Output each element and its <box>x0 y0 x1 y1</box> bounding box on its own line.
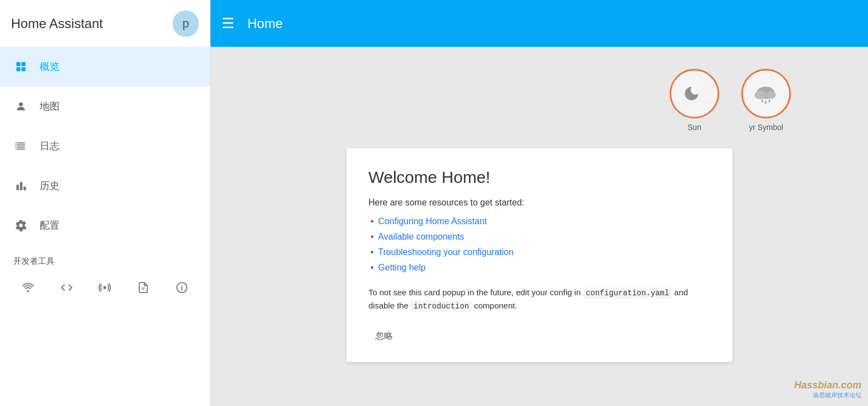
svg-rect-29 <box>769 99 770 102</box>
sidebar-item-label-log: 日志 <box>40 139 60 153</box>
sidebar-header: Home Assistant p <box>0 0 211 47</box>
dev-tool-states[interactable] <box>16 275 40 300</box>
weather-icon-yr: yr Symbol <box>741 69 791 132</box>
person-icon <box>13 100 29 112</box>
svg-point-16 <box>27 290 29 293</box>
sidebar: 概览 地图 <box>0 47 211 406</box>
yr-label: yr Symbol <box>749 123 783 132</box>
svg-rect-13 <box>17 185 19 190</box>
top-bar-right: ☰ Home <box>211 0 868 47</box>
svg-rect-28 <box>765 101 766 104</box>
dev-tool-mqtt[interactable] <box>93 275 117 300</box>
sidebar-item-config[interactable]: 配置 <box>0 205 210 245</box>
top-bar: Home Assistant p ☰ Home <box>0 0 868 47</box>
svg-point-11 <box>15 147 17 148</box>
svg-rect-3 <box>21 67 25 71</box>
sidebar-item-label-map: 地图 <box>40 100 60 113</box>
page-title: Home <box>247 16 283 31</box>
svg-point-25 <box>754 90 766 99</box>
link-components[interactable]: Available components <box>378 232 464 242</box>
list-item-help: Getting help <box>371 263 710 273</box>
info-text-after: component. <box>472 301 517 310</box>
link-troubleshooting[interactable]: Troubleshooting your configuration <box>378 247 514 257</box>
svg-rect-1 <box>21 62 25 66</box>
svg-rect-15 <box>24 187 26 190</box>
welcome-card: Welcome Home! Here are some resources to… <box>347 148 732 362</box>
svg-rect-2 <box>17 67 20 71</box>
weather-icon-sun: Sun <box>670 69 719 132</box>
app-title: Home Assistant <box>11 16 172 31</box>
svg-point-12 <box>15 148 17 149</box>
list-item-components: Available components <box>371 232 710 242</box>
hamburger-icon[interactable]: ☰ <box>222 15 234 32</box>
sun-circle[interactable] <box>670 69 719 118</box>
yr-circle[interactable] <box>741 69 791 118</box>
svg-rect-14 <box>20 182 23 191</box>
list-icon <box>13 140 29 152</box>
dev-tools-section-label: 开发者工具 <box>0 245 210 271</box>
user-avatar[interactable]: p <box>172 10 199 37</box>
dismiss-button[interactable]: 忽略 <box>369 326 400 347</box>
svg-point-9 <box>15 142 17 143</box>
sidebar-item-label-config: 配置 <box>40 219 60 232</box>
info-text: To not see this card popup in the future… <box>369 286 710 313</box>
info-code2: introduction <box>411 301 472 312</box>
main-content: Sun yr Symbol Welcom <box>211 47 868 406</box>
watermark-brand: Hassbian.com <box>794 380 861 391</box>
info-text-before: To not see this card popup in the future… <box>369 288 583 297</box>
svg-rect-0 <box>17 62 20 66</box>
link-help[interactable]: Getting help <box>378 263 425 273</box>
resource-list: Configuring Home Assistant Available com… <box>369 216 710 273</box>
svg-rect-27 <box>762 99 763 102</box>
bar-chart-icon <box>13 180 29 192</box>
dev-tool-template[interactable] <box>55 275 79 300</box>
weather-row: Sun yr Symbol <box>670 69 791 132</box>
sidebar-item-label-history: 历史 <box>40 179 60 192</box>
sidebar-item-history[interactable]: 历史 <box>0 166 210 205</box>
sidebar-item-log[interactable]: 日志 <box>0 126 210 166</box>
sidebar-item-overview[interactable]: 概览 <box>0 47 210 86</box>
info-code1: configuration.yaml <box>583 288 672 299</box>
svg-point-4 <box>19 102 23 106</box>
gear-icon <box>13 219 29 231</box>
sun-label: Sun <box>688 123 702 132</box>
list-item-troubleshooting: Troubleshooting your configuration <box>371 247 710 257</box>
welcome-title: Welcome Home! <box>369 168 710 187</box>
svg-point-17 <box>104 286 107 289</box>
svg-point-22 <box>181 285 182 286</box>
list-item-configuring: Configuring Home Assistant <box>371 216 710 226</box>
dev-tool-info[interactable] <box>170 275 194 300</box>
sidebar-item-label-overview: 概览 <box>40 60 60 73</box>
watermark: Hassbian.com 渝思彼岸技术论坛 <box>794 380 861 399</box>
welcome-subtitle: Here are some resources to get started: <box>369 198 710 208</box>
watermark-sub: 渝思彼岸技术论坛 <box>794 391 861 399</box>
sidebar-item-map[interactable]: 地图 <box>0 86 210 126</box>
grid-icon <box>13 61 29 73</box>
link-configuring[interactable]: Configuring Home Assistant <box>378 216 487 226</box>
svg-point-10 <box>15 144 17 145</box>
dev-tool-service[interactable] <box>131 275 155 300</box>
main-layout: 概览 地图 <box>0 47 868 406</box>
dev-tools-row <box>0 271 210 308</box>
svg-point-26 <box>766 91 776 99</box>
